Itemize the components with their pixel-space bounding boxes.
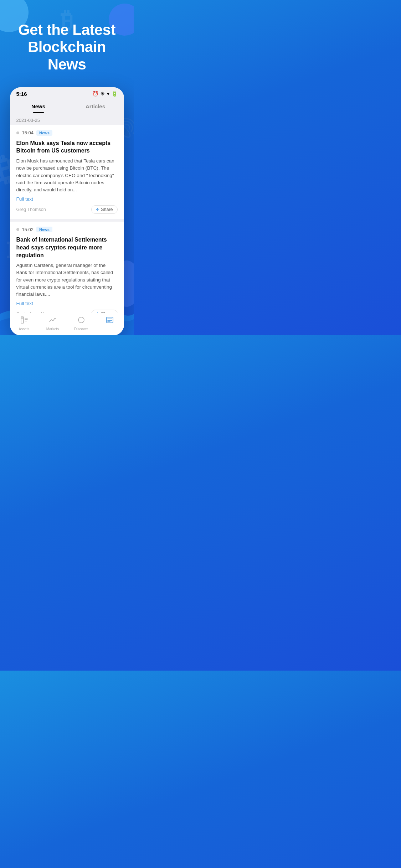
tab-articles[interactable]: Articles [67,100,124,113]
discover-label: Discover [74,327,88,331]
news-author-1: Greg Thomson [16,207,46,212]
tab-bar: News Articles [10,99,124,113]
nav-news[interactable] [96,316,124,331]
news-nav-icon [106,316,114,326]
date-header: 2021-03-25 [10,113,124,125]
news-author-2: Osato Avan-Nomayo [16,311,57,313]
svg-rect-1 [21,317,24,318]
assets-label: Assets [19,327,29,331]
markets-icon [49,316,57,326]
content-area: 2021-03-25 15:04 News Elon Musk says Tes… [10,113,124,313]
bluetooth-icon: ✳ [101,91,105,97]
hero-line2: Blockchain News [28,38,106,72]
news-footer-2: Osato Avan-Nomayo ✈ Share [16,310,118,313]
discover-icon [77,316,85,326]
hero-line1: Get the Latest [18,21,115,38]
news-excerpt-1: Elon Musk has announced that Tesla cars … [16,157,118,193]
news-badge-2: News [36,227,52,232]
nav-discover[interactable]: Discover [67,316,96,331]
news-card-1: 15:04 News Elon Musk says Tesla now acce… [10,125,124,219]
svg-point-2 [78,317,84,323]
news-time-1: 15:04 [22,130,34,135]
bottom-nav: Assets Markets Discover [10,313,124,335]
share-button-2[interactable]: ✈ Share [91,310,117,313]
status-time: 5:16 [16,91,27,97]
phone-mockup: 5:16 ⏰ ✳ ▾ 🔋 News Articles 2021-03-25 15… [10,87,124,335]
wifi-icon: ▾ [107,91,109,97]
tab-news[interactable]: News [10,100,67,113]
news-meta-2: 15:02 News [16,227,118,232]
share-icon-1: ✈ [96,207,99,212]
battery-icon: 🔋 [112,91,118,97]
status-bar: 5:16 ⏰ ✳ ▾ 🔋 [10,87,124,99]
share-button-1[interactable]: ✈ Share [91,205,117,214]
svg-rect-0 [21,318,24,323]
full-text-link-1[interactable]: Full text [16,196,118,202]
news-excerpt-2: Agustín Carstens, general manager of the… [16,262,118,298]
news-card-2: 15:02 News Bank of International Settlem… [10,222,124,313]
nav-assets[interactable]: Assets [10,316,38,331]
news-title-1[interactable]: Elon Musk says Tesla now accepts Bitcoin… [16,139,118,155]
news-footer-1: Greg Thomson ✈ Share [16,205,118,214]
hero-section: Get the Latest Blockchain News [0,0,134,84]
news-dot-1 [16,131,19,134]
hero-title: Get the Latest Blockchain News [11,21,123,73]
markets-label: Markets [46,327,59,331]
news-dot-2 [16,228,19,231]
nav-markets[interactable]: Markets [38,316,67,331]
assets-icon [20,316,28,326]
news-time-2: 15:02 [22,227,34,232]
news-title-2[interactable]: Bank of International Settlements head s… [16,236,118,259]
news-badge-1: News [36,130,52,136]
share-label-1: Share [101,207,113,212]
alarm-icon: ⏰ [92,91,98,97]
status-icons: ⏰ ✳ ▾ 🔋 [92,91,118,97]
share-icon-2: ✈ [96,311,99,313]
share-label-2: Share [101,311,113,313]
full-text-link-2[interactable]: Full text [16,301,118,306]
news-meta-1: 15:04 News [16,130,118,136]
svg-marker-3 [80,319,82,321]
